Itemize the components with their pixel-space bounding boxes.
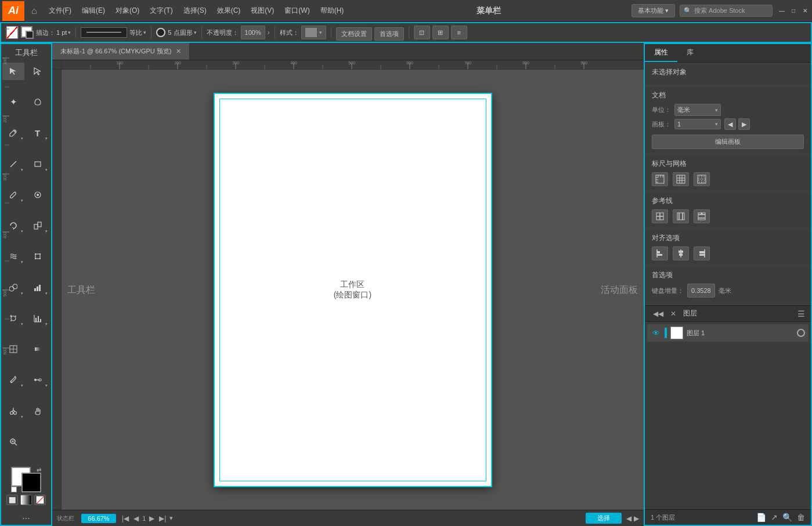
minimize-button[interactable]: —: [777, 6, 786, 16]
find-layer-btn[interactable]: 🔍: [782, 513, 792, 522]
search-bar[interactable]: 🔍 搜索 Adobe Stock: [680, 5, 773, 17]
arrange-btn-1[interactable]: ⊡: [414, 26, 430, 39]
svg-line-1: [10, 161, 16, 167]
panel-collapse-btn[interactable]: ◀◀: [651, 310, 666, 318]
pixel-grid-btn[interactable]: [694, 172, 710, 186]
gradient-tool[interactable]: [27, 340, 49, 358]
page-prev-btn[interactable]: ◀: [132, 514, 140, 523]
color-mode-btn[interactable]: ⬜: [6, 495, 18, 505]
canvas-column: 未标题-1 @ 66.67% (CMYK/GPU 预览) ✕ 100: [52, 43, 644, 526]
tab-properties[interactable]: 属性: [645, 44, 677, 62]
svg-text:700: 700: [464, 61, 471, 65]
foreground-color-box[interactable]: [21, 473, 41, 492]
tab-library[interactable]: 库: [677, 44, 703, 62]
canvas-content[interactable]: 工作区 (绘图窗口) 工具栏 活动面板: [62, 70, 644, 510]
close-tab-btn[interactable]: ✕: [176, 48, 181, 55]
unit-select[interactable]: 毫米 ▾: [674, 104, 721, 116]
workspace-selector[interactable]: 基本功能 ▾: [631, 4, 675, 17]
grid-btn[interactable]: [673, 172, 689, 186]
chart-tool[interactable]: ▾: [27, 279, 49, 296]
column-graph-tool[interactable]: ▾: [27, 310, 49, 327]
align-btn-1[interactable]: [652, 246, 668, 260]
scroll-left-btn[interactable]: ◀: [626, 514, 631, 523]
scale-tool[interactable]: ▾: [27, 217, 49, 234]
delete-layer-btn[interactable]: 🗑: [797, 513, 805, 522]
brush-dot: [156, 28, 165, 37]
guides-btn-3[interactable]: [694, 209, 710, 223]
menu-effect[interactable]: 效果(C): [212, 3, 246, 18]
keyboard-increment-unit: 毫米: [719, 286, 731, 295]
guides-btn-2[interactable]: [673, 209, 689, 223]
style-label: 样式：: [280, 28, 299, 37]
layer-item[interactable]: 👁 图层 1: [647, 324, 809, 342]
ruler-btn[interactable]: [652, 172, 668, 186]
home-icon[interactable]: ⌂: [28, 5, 41, 17]
svg-rect-116: [679, 251, 683, 253]
artboard[interactable]: 工作区 (绘图窗口): [214, 93, 492, 487]
doc-tab[interactable]: 未标题-1 @ 66.67% (CMYK/GPU 预览) ✕: [52, 43, 190, 60]
rectangle-tool[interactable]: ▾: [27, 155, 49, 173]
opacity-arrow[interactable]: ›: [268, 28, 270, 37]
search-placeholder: 搜索 Adobe Stock: [694, 6, 745, 15]
layers-menu-btn[interactable]: ☰: [797, 309, 805, 318]
arrange-btn-3[interactable]: ≡: [451, 26, 467, 39]
artboard-prev-btn[interactable]: ◀: [724, 118, 736, 130]
menu-help[interactable]: 帮助(H): [316, 3, 349, 18]
type-tool[interactable]: T ▾: [27, 124, 49, 142]
layer-target-btn[interactable]: [797, 329, 805, 337]
hand-tool[interactable]: [27, 402, 49, 420]
menu-text[interactable]: 文字(T): [145, 3, 177, 18]
panel-close-btn[interactable]: ✕: [668, 310, 679, 318]
menu-edit[interactable]: 编辑(E): [77, 3, 110, 18]
menu-window[interactable]: 窗口(W): [280, 3, 314, 18]
arrange-btn-2[interactable]: ⊞: [432, 26, 449, 39]
reset-colors-btn[interactable]: [11, 487, 17, 492]
none-swatch[interactable]: [34, 495, 46, 505]
lasso-tool[interactable]: [27, 93, 49, 111]
svg-rect-14: [34, 288, 36, 291]
menubar-title: 菜单栏: [349, 6, 628, 16]
page-last-btn[interactable]: ▶|: [158, 514, 167, 523]
svg-rect-7: [35, 254, 40, 259]
preferences-button[interactable]: 首选项: [374, 27, 404, 41]
scroll-right-btn[interactable]: ▶: [634, 514, 639, 523]
page-first-btn[interactable]: |◀: [121, 514, 130, 523]
menu-view[interactable]: 视图(V): [246, 3, 279, 18]
style-dropdown[interactable]: ▾: [301, 26, 326, 39]
gradient-swatch[interactable]: [20, 495, 32, 505]
direct-selection-tool[interactable]: [27, 63, 49, 80]
restore-button[interactable]: □: [789, 6, 798, 16]
move-to-layer-btn[interactable]: ↗: [771, 513, 778, 522]
stroke-align-dropdown[interactable]: 等比 ▾: [129, 28, 146, 37]
keyboard-increment-input[interactable]: 0.3528: [687, 284, 715, 298]
align-btn-3[interactable]: [694, 246, 710, 260]
swap-colors-btn[interactable]: ⇄: [37, 467, 41, 473]
svg-rect-2: [35, 162, 41, 166]
stroke-color-btn[interactable]: [21, 26, 34, 39]
new-layer-btn[interactable]: 📄: [756, 513, 766, 522]
status-select[interactable]: 选择: [586, 513, 622, 524]
stroke-dropdown[interactable]: 描边： 1 pt ▾: [36, 28, 71, 37]
menu-select[interactable]: 选择(S): [179, 3, 211, 18]
layer-visibility-btn[interactable]: 👁: [651, 328, 661, 338]
blend-tool[interactable]: ▾: [27, 371, 49, 389]
layers-title: 图层: [683, 309, 797, 318]
edit-artboard-button[interactable]: 编辑画板: [652, 135, 804, 149]
brush-dropdown[interactable]: 5 点圆形 ▾: [168, 28, 196, 37]
zoom-display[interactable]: 66.67%: [81, 514, 116, 523]
opacity-input[interactable]: 100%: [241, 26, 265, 39]
page-arrow-down[interactable]: ▾: [169, 514, 173, 522]
close-button[interactable]: ✕: [800, 6, 810, 16]
guides-btn-1[interactable]: [652, 209, 668, 223]
page-next-btn[interactable]: ▶: [148, 514, 156, 523]
more-tools-btn[interactable]: ...: [1, 507, 51, 525]
align-btn-2[interactable]: [673, 246, 689, 260]
blob-brush-tool[interactable]: [27, 186, 49, 204]
doc-settings-button[interactable]: 文档设置: [336, 27, 372, 41]
menu-object[interactable]: 对象(O): [111, 3, 144, 18]
free-transform-tool[interactable]: [27, 248, 49, 265]
artboard-select[interactable]: 1 ▾: [674, 119, 721, 129]
artboard-next-btn[interactable]: ▶: [738, 118, 750, 130]
menu-file[interactable]: 文件(F): [44, 3, 76, 18]
unit-row: 单位： 毫米 ▾: [652, 104, 804, 116]
